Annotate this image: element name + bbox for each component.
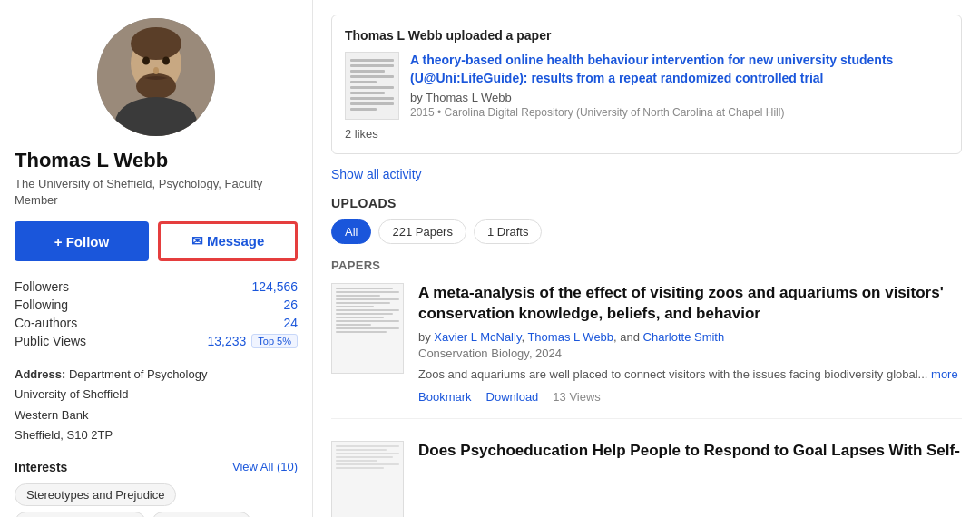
svg-point-7 xyxy=(153,67,159,74)
profile-name: Thomas L Webb xyxy=(15,149,298,172)
paper-1-info: A meta-analysis of the effect of visitin… xyxy=(418,283,962,404)
coauthors-label: Co-authors xyxy=(15,316,77,330)
papers-section-label: Papers xyxy=(331,258,962,272)
views-count: 13 Views xyxy=(553,390,601,404)
avatar xyxy=(97,18,215,136)
paper-list-item-1: A meta-analysis of the effect of visitin… xyxy=(331,283,962,419)
paper-1-abstract: Zoos and aquariums are well placed to co… xyxy=(418,366,962,384)
tl7 xyxy=(336,467,384,469)
address-section: Address: Department of Psychology Univer… xyxy=(15,365,298,444)
tag-stereotypes[interactable]: Stereotypes and Prejudice xyxy=(15,483,176,506)
paper-1-title[interactable]: A meta-analysis of the effect of visitin… xyxy=(418,283,962,325)
followers-label: Followers xyxy=(15,279,69,294)
paper-2-title[interactable]: Does Psychoeducation Help People to Resp… xyxy=(418,441,962,462)
thumb-line-9 xyxy=(350,102,394,105)
l9 xyxy=(336,317,384,318)
main-content: Thomas L Webb uploaded a paper A theor xyxy=(313,0,980,517)
author-thomas[interactable]: Thomas L Webb xyxy=(527,330,613,344)
download-link[interactable]: Download xyxy=(486,390,539,404)
paper-2-thumbnail xyxy=(331,441,404,517)
followers-row: Followers 124,566 xyxy=(15,278,298,296)
thumb-line-8 xyxy=(350,97,394,100)
public-views-row: Public Views 13,233 Top 5% xyxy=(15,332,298,350)
paper-list-item-2: Does Psychoeducation Help People to Resp… xyxy=(331,437,962,517)
address-label: Address: xyxy=(15,367,65,381)
interests-title: Interests xyxy=(15,460,67,474)
tags-container: Stereotypes and Prejudice The Ostrich Pr… xyxy=(15,483,298,517)
tag-ostrich[interactable]: The Ostrich Problem xyxy=(15,512,146,517)
thumb-line-2 xyxy=(350,64,394,67)
l13 xyxy=(336,331,387,333)
avatar-container xyxy=(15,18,298,136)
view-all-link[interactable]: View All (10) xyxy=(232,460,298,473)
svg-point-2 xyxy=(131,27,181,60)
svg-point-6 xyxy=(162,57,170,65)
l3 xyxy=(336,295,380,297)
interests-header: Interests View All (10) xyxy=(15,460,298,474)
thumb-line-6 xyxy=(350,86,394,89)
address-line1: Department of Psychology xyxy=(69,367,207,381)
tl5 xyxy=(336,460,377,462)
activity-paper-info: A theory-based online health behaviour i… xyxy=(410,52,948,120)
paper-1-thumbnail xyxy=(331,283,404,374)
paper-1-actions: Bookmark Download 13 Views xyxy=(418,390,962,404)
l8 xyxy=(336,313,393,315)
address-line4: Sheffield, S10 2TP xyxy=(15,428,113,442)
l7 xyxy=(336,309,399,311)
activity-card: Thomas L Webb uploaded a paper A theor xyxy=(331,15,962,154)
l12 xyxy=(336,327,399,329)
tag-self-regulation[interactable]: Self-regulation xyxy=(152,512,251,517)
top-badge: Top 5% xyxy=(251,334,298,348)
address-line3: Western Bank xyxy=(15,408,88,422)
l4 xyxy=(336,298,399,300)
l10 xyxy=(336,320,399,322)
tab-papers[interactable]: 221 Papers xyxy=(378,219,466,244)
tl6 xyxy=(336,463,399,465)
l2 xyxy=(336,291,399,293)
tab-all[interactable]: All xyxy=(331,219,371,244)
thumb-content xyxy=(336,288,399,335)
activity-paper-thumbnail xyxy=(345,52,399,120)
author-xavier[interactable]: Xavier L McNally xyxy=(434,330,521,344)
follow-button[interactable]: + Follow xyxy=(15,221,149,261)
message-button[interactable]: ✉ Message xyxy=(158,221,298,261)
tl2 xyxy=(336,449,387,451)
paper-2-info: Does Psychoeducation Help People to Resp… xyxy=(418,441,962,517)
coauthors-value[interactable]: 24 xyxy=(283,316,298,330)
sidebar: Thomas L Webb The University of Sheffiel… xyxy=(0,0,313,517)
address-line2: University of Sheffield xyxy=(15,387,129,401)
public-views-label: Public Views xyxy=(15,334,86,348)
filter-tabs: All 221 Papers 1 Drafts xyxy=(331,219,962,244)
thumb-line-3 xyxy=(350,70,385,73)
views-number[interactable]: 13,233 xyxy=(207,334,246,348)
following-row: Following 26 xyxy=(15,296,298,314)
paper-1-authors: by Xavier L McNally, Thomas L Webb, and … xyxy=(418,330,962,344)
thumb-line-1 xyxy=(350,59,394,62)
following-label: Following xyxy=(15,298,68,312)
action-buttons: + Follow ✉ Message xyxy=(15,221,298,261)
thumb-line-10 xyxy=(350,108,377,111)
thumb-line-5 xyxy=(350,81,377,83)
l6 xyxy=(336,306,374,307)
bookmark-link[interactable]: Bookmark xyxy=(418,390,472,404)
tab-drafts[interactable]: 1 Drafts xyxy=(474,219,543,244)
activity-paper-title[interactable]: A theory-based online health behaviour i… xyxy=(410,52,948,87)
tl3 xyxy=(336,453,399,454)
activity-title: Thomas L Webb uploaded a paper xyxy=(345,28,948,43)
activity-paper-author: by Thomas L Webb xyxy=(410,91,948,104)
thumb-content-2 xyxy=(336,445,399,471)
public-views-value: 13,233 Top 5% xyxy=(207,334,298,348)
activity-footer: 2 likes xyxy=(345,127,948,141)
profile-affiliation: The University of Sheffield, Psychology,… xyxy=(15,176,298,209)
following-value[interactable]: 26 xyxy=(283,298,298,312)
coauthors-row: Co-authors 24 xyxy=(15,314,298,332)
show-all-activity-link[interactable]: Show all activity xyxy=(331,167,962,181)
author-charlotte[interactable]: Charlotte Smith xyxy=(643,330,725,344)
svg-point-5 xyxy=(142,57,150,65)
tl4 xyxy=(336,456,393,458)
paper-1-journal: Conservation Biology, 2024 xyxy=(418,346,962,360)
more-link[interactable]: more xyxy=(931,367,958,381)
followers-value[interactable]: 124,566 xyxy=(251,279,298,294)
tl1 xyxy=(336,445,399,447)
l11 xyxy=(336,324,371,326)
